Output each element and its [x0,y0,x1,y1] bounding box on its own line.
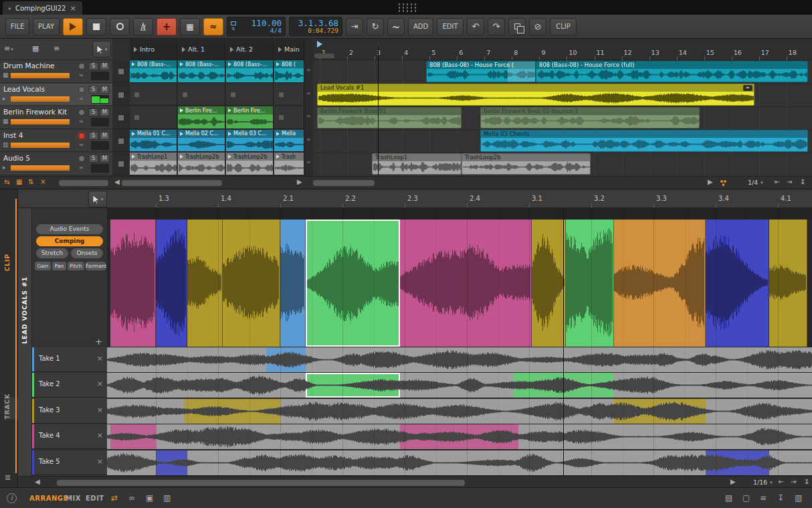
slot-play-icon[interactable] [132,155,135,159]
scene-play-icon[interactable] [230,47,233,52]
volume-fader[interactable] [11,96,70,102]
slot-play-icon[interactable] [180,132,183,136]
track-header-inst-4[interactable]: Inst 4▥SM≡ [0,130,112,153]
timeline-scroll-right-icon[interactable]: ▶ [708,178,713,185]
empty-slot[interactable] [130,106,177,129]
stop-button[interactable] [86,18,106,35]
add-button-red[interactable]: + [157,18,177,35]
clip-slot[interactable]: 808 (Bass-... [178,60,225,83]
editor-pointer-tool-button[interactable]: ▾ [88,191,107,207]
monitor-icon[interactable]: ▣ [146,493,153,503]
slot-play-icon[interactable] [276,155,280,159]
metronome-button[interactable] [133,18,153,35]
onsets-button[interactable]: Onsets [71,248,103,258]
mute-button[interactable]: M [100,86,110,94]
track-header-berlin-firework-kit[interactable]: Berlin Firework Kit▦SM≡ [0,106,112,129]
undo-button[interactable]: ↶ [467,18,484,35]
clip-slot[interactable]: Berlin Fire... [178,106,225,129]
arranger-clip-berlin-firework-beat-01[interactable]: Berlin Firework Beat 01 [317,107,462,129]
slot-play-icon[interactable] [228,62,231,66]
track-header-audio-5[interactable]: Audio 5▸SM≡ [0,153,112,175]
arranger-clip-808-bass-08-house-force-full[interactable]: 808 (Bass-08) - House Force (full) [536,61,808,83]
punch-button[interactable]: ⇥ [346,18,363,35]
take-label-1[interactable]: Take 1× [32,347,107,372]
record-button[interactable] [110,18,130,35]
loop-button[interactable]: ↻ [367,18,384,35]
project-tab[interactable]: ▸ CompingGUI22 × [3,1,82,15]
arranger-clip-trashloop2b[interactable]: TrashLoop2b [462,153,591,175]
editor-snap-select[interactable]: 1/16 ▾ [753,479,773,486]
take-lane-3[interactable] [107,399,812,424]
volume-fader[interactable] [11,165,70,171]
pointer-tool-button[interactable]: ▾ [92,41,111,58]
comp-segment-7[interactable] [400,220,532,347]
mixer-icon[interactable]: ≡ [760,493,767,503]
keyboard-icon[interactable]: ▤ [725,493,732,503]
arranger-clip-trashloop1[interactable]: TrashLoop1 [372,153,462,175]
slot-play-icon[interactable] [180,108,183,112]
track-stop-button[interactable] [112,130,130,153]
tab-edit[interactable]: EDIT [86,495,104,502]
empty-slot[interactable] [178,84,225,106]
grid-toggle-icon[interactable]: ▦ [16,178,22,185]
arranger-clip-lead-vocals-1[interactable]: Lead Vocals #1≈ [317,84,754,106]
clip-slot[interactable]: 808 (Bass-... [130,60,177,83]
solo-button[interactable]: S [88,62,98,70]
play-button[interactable] [63,18,83,35]
scene-header-main[interactable]: Main [274,39,304,60]
scroll-left-icon[interactable]: ◀ [35,478,40,485]
track-list-icon[interactable]: ≡▾ [4,44,13,53]
comp-segment-4[interactable] [223,220,280,347]
solo-button[interactable]: S [88,86,98,94]
mute-button[interactable]: M [100,108,110,116]
track-stop-button[interactable] [112,60,130,83]
arranger-timeline[interactable]: 123456789101112131415161718808 (Bass-08)… [313,39,812,176]
take-lane-1[interactable] [107,347,812,372]
display-profile-button[interactable]: ▦ [180,18,200,35]
solo-button[interactable]: S [88,108,98,116]
solo-button[interactable]: S [88,132,98,140]
tab-clip[interactable]: CLIP [4,254,11,271]
vertical-zoom-icon[interactable]: ↨ [804,478,809,485]
take-label-3[interactable]: Take 3× [32,399,107,424]
track-stop-button[interactable] [112,106,130,129]
info-icon[interactable]: i [7,493,17,503]
take-label-2[interactable]: Take 2× [32,373,107,398]
take-label-4[interactable]: Take 4× [32,424,107,449]
arm-button[interactable] [78,155,85,162]
snap-right-icon[interactable]: ⇥ [791,478,796,485]
comp-segment-8[interactable] [532,220,566,347]
automation-button[interactable]: ~ [387,18,405,35]
link-icon[interactable]: ∞ [128,493,135,503]
snap-left-icon[interactable]: ⇤ [779,478,784,485]
browser-panel-icon[interactable]: ▥ [795,493,802,503]
redo-button[interactable]: ↷ [488,18,505,35]
slot-play-icon[interactable] [180,62,183,66]
slot-play-icon[interactable] [228,108,231,112]
arranger-clip-berlin-firework-beat-02-bounce-1[interactable]: Berlin Firework Beat 02-bounce-1 [480,107,700,129]
comp-segment-1[interactable] [110,220,156,347]
pan-button[interactable]: Pan [52,262,66,270]
slot-play-icon[interactable] [228,155,231,159]
audio-events-button[interactable]: Audio Events [36,224,103,234]
clip-slot[interactable]: TrashLoop2b [178,153,225,175]
position-display[interactable]: 3.1.3.68 0:04.729 [289,17,342,36]
close-icon[interactable]: × [40,178,45,185]
comp-segment-12[interactable] [769,220,807,347]
comp-segment-3[interactable] [187,220,223,347]
stretch-button[interactable]: Stretch [36,248,68,258]
duplicate-button[interactable] [508,18,526,35]
remove-take-button[interactable]: × [97,457,103,466]
dual-display-button[interactable]: ≈ [203,18,223,35]
add-take-button[interactable]: + [95,337,102,347]
take-lane-4[interactable] [107,424,812,449]
arm-button[interactable] [78,63,85,70]
comping-editor[interactable] [107,208,812,476]
arm-button[interactable] [78,86,85,93]
take-lane-2[interactable] [107,373,812,398]
zoom-scrollbar[interactable] [314,54,334,58]
scene-play-icon[interactable] [134,47,137,52]
mute-button[interactable]: M [100,132,110,140]
file-icon[interactable]: ▢ [742,493,750,503]
remove-take-button[interactable]: × [97,406,103,414]
